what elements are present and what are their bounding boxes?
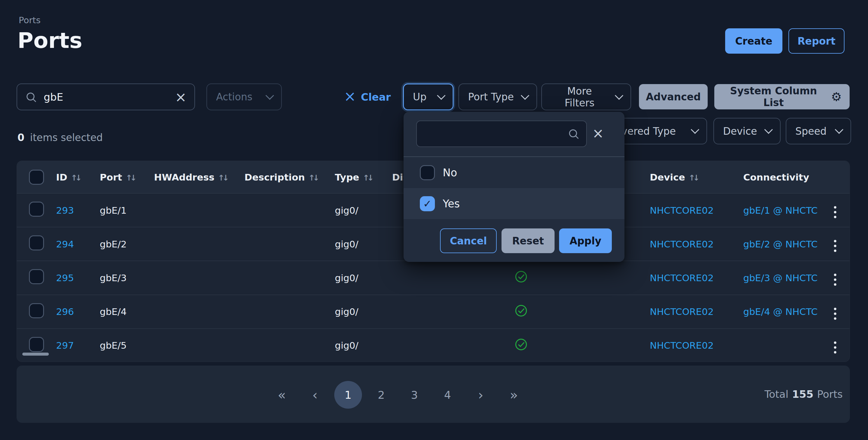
popup-option-yes[interactable]: Yes	[404, 188, 624, 219]
column-header-port: Port	[100, 172, 122, 183]
chevron-down-icon	[266, 91, 274, 99]
chevron-down-icon	[764, 125, 773, 134]
connectivity-link[interactable]: gbE/2 @ NHCTC	[743, 239, 818, 250]
kebab-menu-icon[interactable]	[832, 238, 839, 254]
filter-device-label: Device	[723, 125, 757, 137]
column-header-id: ID	[56, 172, 67, 183]
device-link[interactable]: NHCTCORE02	[650, 205, 714, 216]
gear-icon	[831, 91, 842, 103]
kebab-menu-icon[interactable]	[832, 271, 839, 288]
filter-popup: No Yes Cancel Reset Apply	[404, 112, 624, 262]
filter-port-type-dropdown[interactable]: Port Type	[458, 84, 537, 110]
row-checkbox[interactable]	[29, 303, 44, 318]
selected-summary: 0 items selected	[18, 132, 103, 144]
page-button-4[interactable]: 4	[434, 381, 461, 409]
port-cell: gbE/2	[100, 239, 154, 250]
column-header-connectivity: Connectivity	[743, 172, 809, 183]
filter-device-dropdown[interactable]: Device	[713, 118, 781, 144]
port-id-link[interactable]: 295	[56, 273, 74, 283]
port-id-link[interactable]: 297	[56, 340, 74, 351]
page-button-1[interactable]: 1	[334, 381, 362, 409]
total-prefix: Total	[764, 388, 788, 400]
clear-label: Clear	[361, 91, 391, 103]
option-checkbox[interactable]	[420, 165, 435, 180]
apply-button[interactable]: Apply	[559, 228, 612, 253]
table-row: 297 gbE/5 gig0/ NHCTCORE02	[17, 328, 849, 362]
kebab-menu-icon[interactable]	[832, 305, 839, 322]
cancel-button[interactable]: Cancel	[440, 228, 497, 253]
page-button-3[interactable]: 3	[401, 381, 428, 409]
advanced-button[interactable]: Advanced	[639, 84, 708, 109]
last-page-button[interactable]: »	[500, 381, 528, 409]
port-cell: gbE/1	[100, 205, 154, 216]
filter-more-filters-dropdown[interactable]: More Filters	[541, 84, 631, 110]
connectivity-link[interactable]: gbE/1 @ NHCTC	[743, 205, 818, 216]
prev-page-button[interactable]: ‹	[301, 381, 329, 409]
chevron-down-icon	[691, 125, 699, 134]
system-column-list-label: System Column List	[724, 85, 823, 108]
sort-icon[interactable]	[218, 172, 229, 183]
sort-icon[interactable]	[363, 172, 374, 183]
total-count: Total 155 Ports	[764, 366, 843, 423]
ports-page: Ports Ports Create Report Actions Clear …	[0, 0, 868, 440]
popup-option-no[interactable]: No	[404, 157, 624, 188]
create-button[interactable]: Create	[725, 28, 782, 54]
search-icon	[25, 91, 37, 103]
pagination: « ‹ 1 2 3 4 › »	[268, 381, 528, 409]
port-id-link[interactable]: 293	[56, 205, 74, 216]
port-id-link[interactable]: 294	[56, 239, 74, 250]
column-header-device: Device	[650, 172, 685, 183]
filter-speed-dropdown[interactable]: Speed	[786, 118, 851, 144]
row-checkbox[interactable]	[29, 235, 44, 250]
chevron-down-icon	[437, 91, 445, 99]
next-page-button[interactable]: ›	[467, 381, 495, 409]
actions-label: Actions	[216, 91, 253, 103]
device-link[interactable]: NHCTCORE02	[650, 340, 714, 351]
first-page-button[interactable]: «	[268, 381, 296, 409]
toolbar-row-1: Actions Clear Up Port Type More Filters …	[17, 84, 850, 110]
device-link[interactable]: NHCTCORE02	[650, 239, 714, 250]
total-value: 155	[792, 388, 813, 400]
search-box	[17, 84, 195, 110]
page-button-2[interactable]: 2	[367, 381, 395, 409]
clear-search-icon[interactable]	[175, 90, 187, 104]
select-all-checkbox[interactable]	[29, 170, 44, 185]
row-checkbox[interactable]	[29, 201, 44, 217]
kebab-menu-icon[interactable]	[832, 204, 839, 221]
port-id-link[interactable]: 296	[56, 306, 74, 317]
search-icon	[567, 128, 580, 140]
clear-filters-button[interactable]: Clear	[342, 84, 393, 110]
sort-icon[interactable]	[126, 172, 137, 183]
device-link[interactable]: NHCTCORE02	[650, 273, 714, 283]
port-cell: gbE/5	[100, 340, 154, 351]
connectivity-link[interactable]: gbE/3 @ NHCTC	[743, 273, 818, 283]
filter-up-dropdown[interactable]: Up	[403, 84, 454, 110]
page-actions: Create Report	[725, 28, 844, 54]
sort-icon[interactable]	[689, 172, 700, 183]
device-link[interactable]: NHCTCORE02	[650, 306, 714, 317]
type-cell: gig0/	[335, 306, 392, 317]
type-cell: gig0/	[335, 239, 392, 250]
reset-button[interactable]: Reset	[501, 228, 555, 253]
column-header-hwaddress: HWAddress	[154, 172, 214, 183]
row-checkbox[interactable]	[29, 337, 44, 352]
chevron-down-icon	[835, 125, 843, 134]
option-label: Yes	[443, 198, 460, 210]
option-checkbox-checked[interactable]	[420, 196, 435, 211]
total-suffix: Ports	[817, 388, 843, 400]
table-row: 295 gbE/3 gig0/ NHCTCORE02 gbE/3 @ NHCTC	[17, 261, 849, 294]
search-input[interactable]	[43, 91, 169, 103]
type-cell: gig0/	[335, 205, 392, 216]
popup-search-input[interactable]	[424, 128, 563, 140]
connectivity-link[interactable]: gbE/4 @ NHCTC	[743, 306, 818, 317]
horizontal-scrollbar-thumb[interactable]	[22, 353, 49, 356]
row-checkbox[interactable]	[29, 269, 44, 284]
kebab-menu-icon[interactable]	[832, 339, 839, 356]
actions-dropdown[interactable]: Actions	[207, 84, 282, 110]
sort-icon[interactable]	[309, 172, 320, 183]
report-button[interactable]: Report	[788, 28, 844, 54]
chevron-down-icon	[615, 91, 623, 99]
system-column-list-button[interactable]: System Column List	[714, 84, 849, 109]
popup-close-icon[interactable]	[592, 126, 604, 140]
sort-icon[interactable]	[71, 172, 82, 183]
